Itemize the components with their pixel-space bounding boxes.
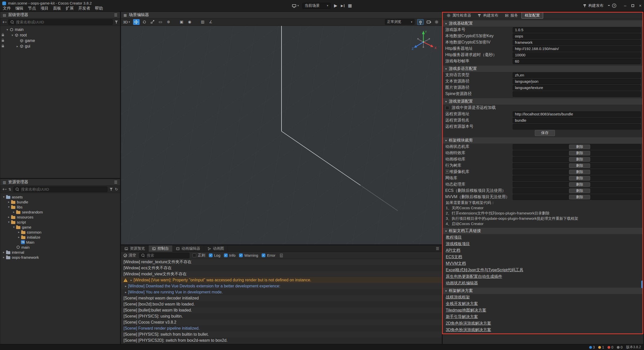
mode-3d-button[interactable]: 3D▾: [123, 20, 130, 24]
property-input[interactable]: [513, 79, 641, 84]
scrollbar-thumb[interactable]: [641, 281, 643, 288]
pivot-toggle-button[interactable]: ▣: [178, 19, 185, 25]
console-tab-0[interactable]: 资源预览: [121, 245, 149, 252]
log-row[interactable]: [Scene] [PHYSICS]: using builtin.: [121, 313, 442, 319]
checkbox-icon[interactable]: [239, 253, 243, 257]
transform-gizmo-button[interactable]: ⊕: [165, 19, 172, 25]
status-count-error[interactable]: 0: [608, 345, 613, 349]
filter-icon[interactable]: [109, 188, 113, 191]
menu-item[interactable]: 开发者: [76, 5, 93, 11]
delete-button[interactable]: 删除: [569, 182, 590, 187]
log-row[interactable]: [Scene] meshopt wasm decoder initialized: [121, 295, 442, 301]
tree-caret-icon[interactable]: ▸: [12, 210, 16, 214]
menu-item[interactable]: 扩展: [63, 5, 76, 11]
tree-caret-icon[interactable]: ▾: [2, 195, 6, 199]
angle-snap-button[interactable]: ∠: [208, 19, 214, 25]
asset-node[interactable]: main: [0, 245, 120, 250]
log-row[interactable]: [Window] model_view文件夹不存在: [121, 271, 442, 277]
move-tool-button[interactable]: [133, 19, 140, 25]
checkbox-icon[interactable]: [262, 253, 265, 257]
doc-link[interactable]: 2D角色扮演游戏解决方案: [446, 321, 491, 326]
menu-item[interactable]: 项目: [38, 5, 51, 11]
section-header[interactable]: ▾游戏资源配置: [443, 98, 643, 105]
clear-console-button[interactable]: 清空: [124, 253, 136, 258]
asset-node[interactable]: ▸initialize: [0, 235, 120, 240]
hierarchy-search-input[interactable]: [15, 20, 110, 24]
asset-node[interactable]: ▸seedrandom: [0, 209, 120, 214]
panel-menu-icon[interactable]: ☰: [114, 13, 117, 17]
checkbox-icon[interactable]: [445, 106, 449, 110]
log-row[interactable]: [Scene] [box2d]:box2d wasm lib loaded.: [121, 301, 442, 307]
expand-caret-icon[interactable]: ▸: [129, 278, 134, 282]
asset-node[interactable]: ▾script: [0, 220, 120, 225]
log-row[interactable]: ▸[Window] You are running Vue in develop…: [121, 289, 442, 295]
minimize-button[interactable]: –: [621, 0, 629, 11]
preview-target-select[interactable]: ▾: [292, 4, 299, 7]
tree-caret-icon[interactable]: ▸: [17, 235, 21, 239]
log-row[interactable]: [Window] render_texture文件夹不存在: [121, 259, 442, 265]
asset-node[interactable]: ▾libs: [0, 204, 120, 209]
console-tab-1[interactable]: 控制台: [149, 245, 173, 252]
filter-regex[interactable]: 正则: [192, 253, 205, 258]
scene-light-toggle-button[interactable]: [417, 19, 424, 25]
property-input[interactable]: [513, 46, 641, 52]
tree-caret-icon[interactable]: ▸: [15, 45, 19, 48]
filter-icon[interactable]: [115, 21, 118, 24]
inspector-tab-2[interactable]: 服务: [502, 12, 521, 19]
status-count-notify[interactable]: 0: [617, 345, 623, 349]
hierarchy-node[interactable]: ▸gui: [0, 43, 120, 49]
log-row[interactable]: [Scene] Forward render pipeline initiali…: [121, 325, 442, 331]
property-input[interactable]: [513, 124, 641, 129]
tree-caret-icon[interactable]: ▸: [7, 215, 11, 219]
log-row[interactable]: [Window] ecs文件夹不存在: [121, 265, 442, 271]
close-button[interactable]: ×: [636, 0, 644, 11]
asset-node[interactable]: ▾game: [0, 225, 120, 230]
doc-link[interactable]: Excel格式转Json文件与TypeScript代码工具: [446, 268, 524, 273]
delete-button[interactable]: 删除: [569, 145, 590, 149]
inspector-tab-0[interactable]: 属性检查器: [444, 12, 474, 19]
tree-caret-icon[interactable]: ▸: [2, 255, 6, 259]
scene-settings-button[interactable]: [433, 19, 440, 25]
section-header[interactable]: ▾框架模块裁剪: [443, 137, 643, 144]
scale-tool-button[interactable]: [149, 19, 156, 25]
property-input[interactable]: [513, 85, 641, 91]
doc-link[interactable]: 原生包热更新配置自动生成插件: [446, 274, 502, 279]
delete-button[interactable]: 删除: [569, 195, 590, 199]
expand-caret-icon[interactable]: ▸: [124, 290, 128, 294]
tree-caret-icon[interactable]: ▾: [7, 205, 11, 209]
rect-tool-button[interactable]: ▭: [157, 19, 164, 25]
doc-link[interactable]: ECS文档: [446, 254, 462, 260]
delete-button[interactable]: 删除: [569, 170, 590, 174]
doc-link[interactable]: API文档: [446, 248, 460, 253]
tree-caret-icon[interactable]: ▾: [12, 225, 16, 229]
doc-link[interactable]: Tiledmap地图解决方案: [446, 308, 486, 313]
asset-node[interactable]: ▸bundle: [0, 199, 120, 204]
asset-node[interactable]: ▾assets: [0, 194, 120, 199]
log-row[interactable]: !▸[Window] [Vue warn]: Property "onInput…: [121, 277, 442, 283]
doc-link[interactable]: 新手引导解决方案: [446, 314, 478, 320]
property-input[interactable]: [513, 27, 641, 33]
grid-snap-button[interactable]: ▥: [199, 19, 206, 25]
checkbox-icon[interactable]: [224, 253, 228, 257]
property-input[interactable]: [513, 40, 641, 45]
create-asset-button[interactable]: +▾: [2, 187, 6, 192]
doc-link[interactable]: 教程项目: [446, 235, 462, 240]
lock-icon[interactable]: [0, 46, 5, 47]
log-row[interactable]: [Scene] [PHYSICS]: switch from builtin t…: [121, 331, 442, 337]
tree-caret-icon[interactable]: ▸: [17, 230, 21, 234]
hierarchy-node[interactable]: ▾main: [0, 27, 120, 32]
filter-warning[interactable]: Warning: [239, 253, 258, 257]
tree-caret-icon[interactable]: ▾: [7, 220, 11, 224]
section-header[interactable]: ▾游戏多语言配置: [443, 66, 643, 72]
property-input[interactable]: [513, 118, 641, 123]
filter-error[interactable]: Error: [262, 253, 275, 257]
inspector-tab-3[interactable]: 框架配置: [521, 12, 543, 19]
tree-caret-icon[interactable]: ▾: [5, 28, 9, 31]
play-button[interactable]: ▶: [334, 4, 337, 8]
doc-link[interactable]: 游戏模板项目: [446, 241, 470, 247]
space-toggle-button[interactable]: ◉: [186, 19, 193, 25]
panel-menu-icon[interactable]: ☰: [436, 245, 442, 252]
view-gizmo[interactable]: X Y Z: [410, 29, 437, 55]
tree-caret-icon[interactable]: ▸: [7, 200, 11, 204]
lock-icon[interactable]: [0, 40, 5, 42]
